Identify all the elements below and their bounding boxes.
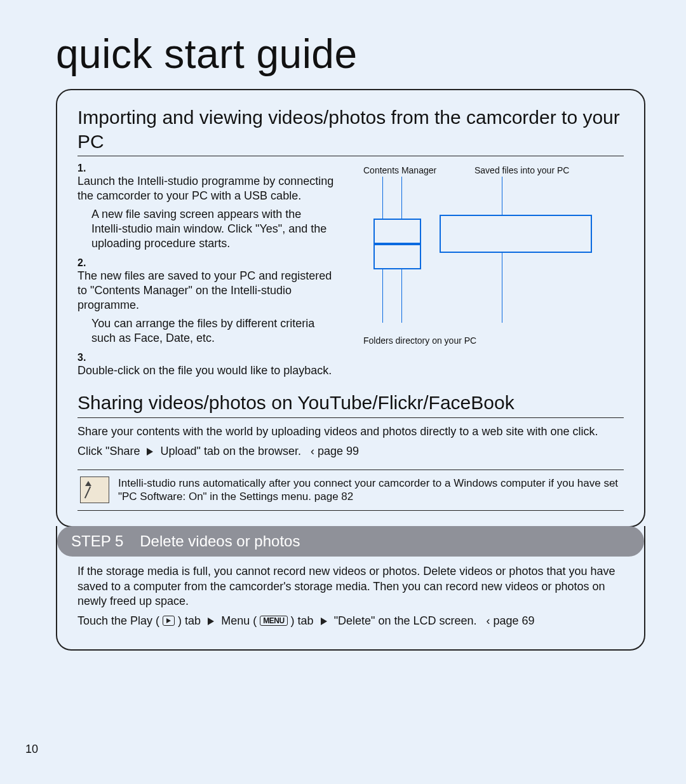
page-ref: ‹ page 69	[487, 614, 535, 627]
page-number: 10	[25, 743, 38, 756]
step-sub: A new ﬁle saving screen appears with the…	[77, 207, 334, 251]
diagram-box-cm-top	[373, 219, 421, 244]
share-body: Share your contents with the world by up…	[77, 424, 624, 439]
step-number: 2.	[77, 257, 91, 269]
import-steps: 1. Launch the Intelli-studio programme b…	[77, 163, 351, 378]
step-label: STEP 5	[71, 532, 123, 550]
play-icon	[163, 616, 175, 626]
hint-part: Menu (	[221, 614, 257, 627]
hint-part: "Delete" on the LCD screen.	[334, 614, 477, 627]
diagram-label-folders: Folders directory on your PC	[363, 335, 476, 346]
diagram: Contents Manager Saved ﬁles into your PC…	[363, 163, 624, 360]
step-sub: You can arrange the ﬁles by different cr…	[77, 316, 334, 346]
step-text: Launch the Intelli-studio programme by c…	[77, 174, 334, 251]
share-cta: Click "Share Upload" tab on the browser.…	[77, 444, 624, 459]
page-ref: ‹ page 99	[311, 445, 359, 457]
arrow-icon	[147, 448, 153, 456]
step-body: If the storage media is full, you cannot…	[77, 564, 624, 609]
step-main: Double-click on the ﬁle you would like t…	[77, 364, 332, 377]
step-main: The new ﬁles are saved to your PC and re…	[77, 269, 332, 311]
cta-part: Upload" tab on the browser.	[160, 445, 301, 457]
step-bar: STEP 5 Delete videos or photos	[57, 526, 644, 557]
step-hint: Touch the Play ( ) tab Menu ( MENU ) tab…	[77, 614, 624, 628]
step-number: 3.	[77, 352, 91, 363]
heading-import: Importing and viewing videos/photos from…	[77, 105, 624, 156]
arrow-icon	[321, 618, 327, 625]
heading-share: Sharing videos/photos on YouTube/Flickr/…	[77, 391, 624, 418]
hint-part: ) tab	[178, 614, 201, 627]
step-title: Delete videos or photos	[140, 532, 300, 550]
diagram-box-cm-bottom	[373, 244, 421, 269]
hint-part: Touch the Play (	[77, 614, 159, 627]
diagram-label-saved-files: Saved ﬁles into your PC	[474, 165, 569, 175]
step-text: Double-click on the ﬁle you would like t…	[77, 363, 334, 378]
step-number: 1.	[77, 163, 91, 174]
menu-icon: MENU	[260, 616, 287, 626]
note-text: Intelli-studio runs automatically after …	[118, 476, 621, 504]
cta-part: Click "Share	[77, 445, 140, 457]
step-panel: STEP 5 Delete videos or photos If the st…	[56, 526, 645, 651]
note-box: Intelli-studio runs automatically after …	[77, 470, 624, 511]
page-title: quick start guide	[56, 30, 645, 78]
diagram-label-contents-manager: Contents Manager	[363, 165, 436, 175]
page-ref-num: page 69	[494, 614, 535, 627]
arrow-icon	[208, 618, 214, 625]
page-ref-num: page 99	[318, 445, 359, 457]
hint-part: ) tab	[291, 614, 314, 627]
section-import-share: Importing and viewing videos/photos from…	[56, 89, 645, 527]
diagram-box-saved	[440, 215, 592, 253]
note-icon	[80, 476, 109, 503]
step-main: Launch the Intelli-studio programme by c…	[77, 175, 333, 202]
step-text: The new ﬁles are saved to your PC and re…	[77, 269, 334, 346]
